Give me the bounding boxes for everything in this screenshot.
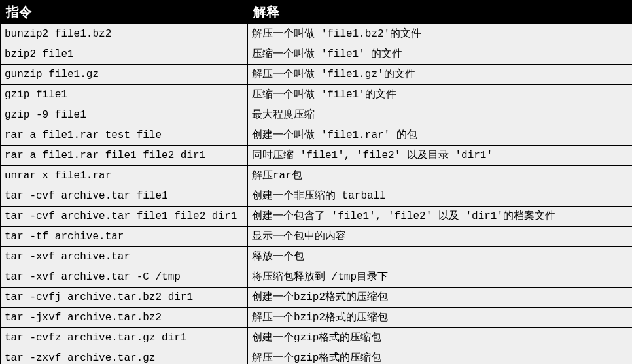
table-row: tar -cvf archive.tar file1 file2 dir1创建一… xyxy=(1,207,633,227)
description-cell: 显示一个包中的内容 xyxy=(248,227,633,247)
description-cell: 创建一个bzip2格式的压缩包 xyxy=(248,288,633,308)
command-cell: tar -xvf archive.tar xyxy=(1,247,248,267)
description-cell: 创建一个叫做 'file1.rar' 的包 xyxy=(248,125,633,146)
command-cell: rar a file1.rar file1 file2 dir1 xyxy=(1,146,248,166)
table-row: bunzip2 file1.bz2解压一个叫做 'file1.bz2'的文件 xyxy=(1,24,633,44)
table-row: tar -cvfj archive.tar.bz2 dir1创建一个bzip2格… xyxy=(1,288,633,308)
command-cell: tar -cvfz archive.tar.gz dir1 xyxy=(1,328,248,348)
table-row: tar -tf archive.tar显示一个包中的内容 xyxy=(1,227,633,247)
command-cell: rar a file1.rar test_file xyxy=(1,125,248,146)
table-row: unrar x file1.rar解压rar包 xyxy=(1,166,633,186)
command-cell: gzip -9 file1 xyxy=(1,105,248,125)
description-cell: 解压一个bzip2格式的压缩包 xyxy=(248,308,633,328)
description-cell: 释放一个包 xyxy=(248,247,633,267)
command-cell: tar -cvfj archive.tar.bz2 dir1 xyxy=(1,288,248,308)
table-row: gunzip file1.gz解压一个叫做 'file1.gz'的文件 xyxy=(1,65,633,85)
command-reference-table: 指令 解释 bunzip2 file1.bz2解压一个叫做 'file1.bz2… xyxy=(0,0,632,364)
description-cell: 解压一个叫做 'file1.bz2'的文件 xyxy=(248,24,633,44)
table-row: bzip2 file1压缩一个叫做 'file1' 的文件 xyxy=(1,44,633,65)
table-row: tar -xvf archive.tar释放一个包 xyxy=(1,247,633,267)
description-cell: 同时压缩 'file1', 'file2' 以及目录 'dir1' xyxy=(248,146,633,166)
command-reference-table-container: 指令 解释 bunzip2 file1.bz2解压一个叫做 'file1.bz2… xyxy=(0,0,632,364)
table-row: tar -jxvf archive.tar.bz2解压一个bzip2格式的压缩包 xyxy=(1,308,633,328)
table-row: rar a file1.rar file1 file2 dir1同时压缩 'fi… xyxy=(1,146,633,166)
command-cell: tar -cvf archive.tar file1 xyxy=(1,186,248,207)
description-cell: 创建一个gzip格式的压缩包 xyxy=(248,328,633,348)
command-cell: unrar x file1.rar xyxy=(1,166,248,186)
table-row: tar -zxvf archive.tar.gz解压一个gzip格式的压缩包 xyxy=(1,348,633,365)
table-row: tar -cvf archive.tar file1创建一个非压缩的 tarba… xyxy=(1,186,633,207)
table-row: rar a file1.rar test_file创建一个叫做 'file1.r… xyxy=(1,125,633,146)
description-cell: 将压缩包释放到 /tmp目录下 xyxy=(248,267,633,288)
description-cell: 压缩一个叫做 'file1'的文件 xyxy=(248,85,633,105)
description-cell: 解压一个gzip格式的压缩包 xyxy=(248,348,633,365)
command-cell: tar -xvf archive.tar -C /tmp xyxy=(1,267,248,288)
command-cell: gzip file1 xyxy=(1,85,248,105)
description-cell: 最大程度压缩 xyxy=(248,105,633,125)
table-row: tar -cvfz archive.tar.gz dir1创建一个gzip格式的… xyxy=(1,328,633,348)
header-row: 指令 解释 xyxy=(1,1,633,24)
header-description: 解释 xyxy=(248,1,633,24)
description-cell: 创建一个非压缩的 tarball xyxy=(248,186,633,207)
description-cell: 创建一个包含了 'file1', 'file2' 以及 'dir1'的档案文件 xyxy=(248,207,633,227)
command-cell: bzip2 file1 xyxy=(1,44,248,65)
table-row: tar -xvf archive.tar -C /tmp将压缩包释放到 /tmp… xyxy=(1,267,633,288)
table-row: gzip -9 file1最大程度压缩 xyxy=(1,105,633,125)
description-cell: 压缩一个叫做 'file1' 的文件 xyxy=(248,44,633,65)
table-body: bunzip2 file1.bz2解压一个叫做 'file1.bz2'的文件bz… xyxy=(1,24,633,365)
command-cell: bunzip2 file1.bz2 xyxy=(1,24,248,44)
command-cell: tar -zxvf archive.tar.gz xyxy=(1,348,248,365)
description-cell: 解压rar包 xyxy=(248,166,633,186)
description-cell: 解压一个叫做 'file1.gz'的文件 xyxy=(248,65,633,85)
table-header: 指令 解释 xyxy=(1,1,633,24)
command-cell: gunzip file1.gz xyxy=(1,65,248,85)
header-command: 指令 xyxy=(1,1,248,24)
command-cell: tar -cvf archive.tar file1 file2 dir1 xyxy=(1,207,248,227)
command-cell: tar -tf archive.tar xyxy=(1,227,248,247)
command-cell: tar -jxvf archive.tar.bz2 xyxy=(1,308,248,328)
table-row: gzip file1压缩一个叫做 'file1'的文件 xyxy=(1,85,633,105)
